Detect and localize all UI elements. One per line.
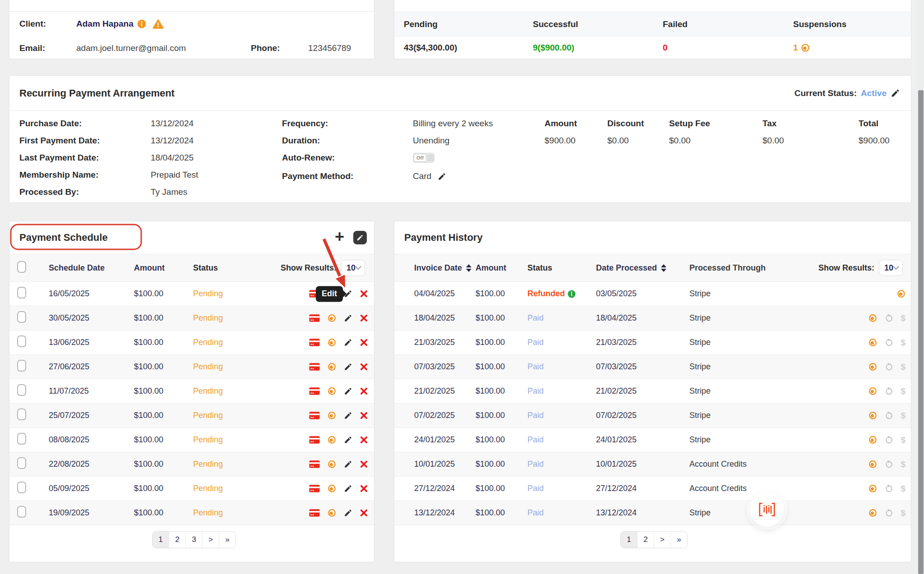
row-checkbox[interactable] bbox=[17, 335, 26, 347]
page-nav-button[interactable]: » bbox=[219, 532, 236, 548]
view-icon[interactable] bbox=[328, 460, 336, 468]
row-checkbox[interactable] bbox=[17, 506, 26, 518]
edit-icon[interactable] bbox=[344, 509, 352, 517]
auto-renew-toggle[interactable]: Off bbox=[413, 153, 434, 163]
refund-icon[interactable] bbox=[884, 387, 893, 396]
charge-icon[interactable]: $ bbox=[901, 338, 906, 348]
delete-icon[interactable] bbox=[360, 387, 368, 395]
view-icon[interactable] bbox=[869, 484, 877, 493]
credit-card-icon[interactable] bbox=[309, 484, 320, 493]
credit-card-icon[interactable] bbox=[309, 363, 320, 371]
row-checkbox[interactable] bbox=[17, 384, 26, 396]
scrollbar-thumb[interactable] bbox=[918, 90, 924, 574]
view-icon[interactable] bbox=[328, 363, 336, 371]
charge-icon[interactable]: $ bbox=[901, 484, 906, 494]
edit-icon[interactable] bbox=[344, 314, 352, 322]
view-icon[interactable] bbox=[869, 460, 877, 468]
sort-icon[interactable] bbox=[661, 264, 666, 272]
charge-icon[interactable]: $ bbox=[901, 411, 906, 421]
edit-icon[interactable] bbox=[344, 363, 352, 371]
credit-card-icon[interactable] bbox=[309, 460, 320, 468]
view-icon[interactable] bbox=[328, 314, 336, 322]
charge-icon[interactable]: $ bbox=[901, 459, 906, 469]
edit-icon[interactable] bbox=[344, 436, 352, 444]
refund-icon[interactable] bbox=[884, 484, 893, 493]
delete-icon[interactable] bbox=[360, 339, 368, 346]
refund-icon[interactable] bbox=[884, 460, 893, 469]
delete-icon[interactable] bbox=[360, 436, 368, 444]
col-invoice-date[interactable]: Invoice Date bbox=[394, 263, 476, 273]
row-checkbox[interactable] bbox=[17, 409, 26, 420]
view-icon[interactable] bbox=[328, 509, 336, 517]
view-icon[interactable] bbox=[869, 411, 877, 420]
charge-icon[interactable]: $ bbox=[901, 435, 906, 445]
view-icon[interactable] bbox=[869, 338, 877, 347]
view-icon[interactable] bbox=[328, 484, 336, 493]
eye-icon[interactable] bbox=[801, 43, 810, 52]
view-icon[interactable] bbox=[897, 289, 906, 298]
edit-icon[interactable] bbox=[344, 411, 352, 420]
delete-icon[interactable] bbox=[360, 485, 368, 492]
page-size-select[interactable]: 10 bbox=[879, 260, 903, 276]
view-icon[interactable] bbox=[869, 436, 877, 444]
row-checkbox[interactable] bbox=[17, 311, 26, 323]
credit-card-icon[interactable] bbox=[309, 411, 320, 420]
view-icon[interactable] bbox=[869, 387, 877, 395]
edit-icon[interactable] bbox=[344, 387, 352, 395]
row-checkbox[interactable] bbox=[17, 287, 26, 298]
client-name-link[interactable]: Adam Hapana bbox=[76, 19, 134, 29]
view-icon[interactable] bbox=[328, 411, 336, 420]
edit-payment-method-icon[interactable] bbox=[438, 172, 446, 181]
refund-icon[interactable] bbox=[884, 436, 893, 445]
delete-icon[interactable] bbox=[360, 363, 368, 371]
row-checkbox[interactable] bbox=[17, 482, 26, 493]
row-checkbox[interactable] bbox=[17, 457, 26, 469]
refund-icon[interactable] bbox=[884, 411, 893, 420]
page-button[interactable]: 3 bbox=[185, 532, 202, 548]
credit-card-icon[interactable] bbox=[309, 509, 320, 517]
view-icon[interactable] bbox=[328, 436, 336, 444]
refund-icon[interactable] bbox=[884, 338, 893, 347]
page-nav-button[interactable]: > bbox=[654, 532, 670, 548]
edit-icon[interactable] bbox=[344, 338, 352, 347]
delete-icon[interactable] bbox=[360, 509, 368, 517]
credit-card-icon[interactable] bbox=[309, 387, 320, 395]
row-checkbox[interactable] bbox=[17, 433, 26, 445]
view-icon[interactable] bbox=[328, 387, 336, 395]
charge-icon[interactable]: $ bbox=[901, 313, 906, 323]
charge-icon[interactable]: $ bbox=[901, 508, 906, 518]
charge-icon[interactable]: $ bbox=[901, 362, 906, 372]
sort-icon[interactable] bbox=[466, 264, 471, 272]
delete-icon[interactable] bbox=[360, 412, 368, 419]
edit-icon[interactable] bbox=[344, 484, 352, 493]
row-checkbox[interactable] bbox=[17, 360, 26, 372]
delete-icon[interactable] bbox=[360, 460, 368, 468]
edit-icon[interactable] bbox=[344, 460, 352, 468]
delete-icon[interactable] bbox=[360, 314, 368, 322]
page-nav-button[interactable]: » bbox=[670, 532, 687, 548]
refund-icon[interactable] bbox=[884, 363, 893, 372]
page-button[interactable]: 2 bbox=[637, 532, 654, 548]
view-icon[interactable] bbox=[869, 314, 877, 322]
credit-card-icon[interactable] bbox=[309, 314, 320, 322]
page-button[interactable]: 1 bbox=[152, 532, 169, 548]
bulk-edit-button[interactable] bbox=[353, 231, 367, 244]
delete-icon[interactable] bbox=[360, 290, 368, 298]
view-icon[interactable] bbox=[869, 363, 877, 371]
scrollbar-track[interactable] bbox=[918, 0, 924, 574]
refund-icon[interactable] bbox=[884, 314, 893, 323]
edit-status-icon[interactable] bbox=[891, 88, 900, 98]
view-icon[interactable] bbox=[328, 338, 336, 347]
page-nav-button[interactable]: > bbox=[202, 532, 219, 548]
refund-icon[interactable] bbox=[884, 509, 893, 518]
credit-card-icon[interactable] bbox=[309, 436, 320, 444]
view-icon[interactable] bbox=[869, 509, 877, 517]
warning-icon[interactable] bbox=[152, 19, 164, 29]
credit-card-icon[interactable] bbox=[309, 338, 320, 347]
page-button[interactable]: 2 bbox=[169, 532, 185, 548]
refund-info-icon[interactable] bbox=[568, 290, 576, 298]
col-date-processed[interactable]: Date Processed bbox=[596, 263, 689, 273]
info-icon[interactable] bbox=[137, 19, 146, 28]
page-button[interactable]: 1 bbox=[621, 532, 637, 548]
page-size-select[interactable]: 10 bbox=[341, 260, 365, 276]
